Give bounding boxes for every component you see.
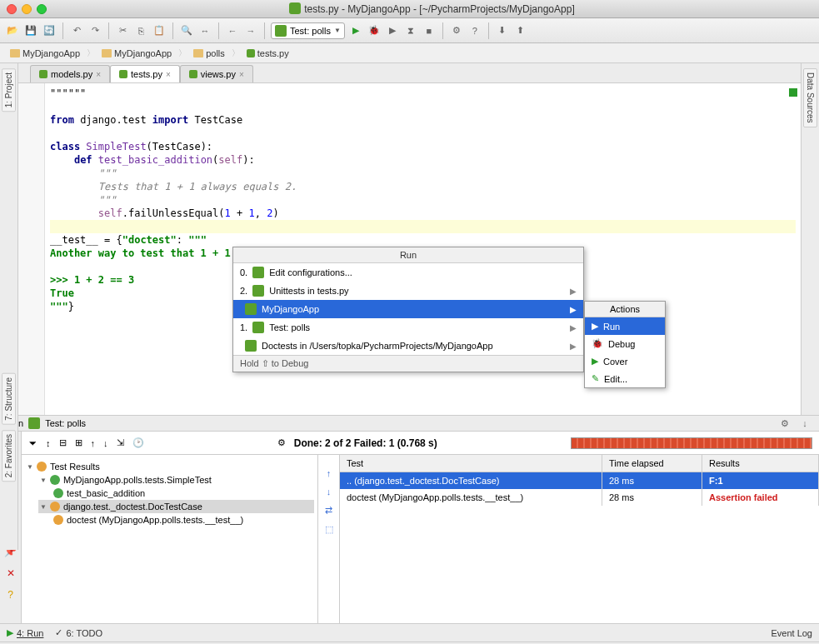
sync-icon[interactable]: 🔄 <box>42 23 57 38</box>
col-time[interactable]: Time elapsed <box>602 455 702 472</box>
editor-tab[interactable]: tests.py× <box>110 65 180 82</box>
django-icon <box>28 417 40 429</box>
folder-icon <box>193 49 203 57</box>
tree-toggle-icon[interactable]: ▼ <box>27 463 33 471</box>
breadcrumb-item[interactable]: polls <box>188 47 230 60</box>
breadcrumb-item[interactable]: tests.py <box>242 47 294 60</box>
editor-gutter[interactable] <box>18 83 45 415</box>
profile-icon[interactable]: ⧗ <box>403 23 418 38</box>
close-window-button[interactable] <box>7 4 17 14</box>
result-row[interactable]: .. (django.test._doctest.DocTestCase)28 … <box>340 472 819 489</box>
context-menu-item[interactable]: MyDjangoApp▶ <box>233 300 583 318</box>
favorites-tool-tab[interactable]: 2: Favorites <box>2 430 16 482</box>
python-file-icon <box>247 49 255 57</box>
sub-menu-item[interactable]: ▶Run <box>585 317 665 335</box>
debug-button[interactable]: 🐞 <box>367 23 382 38</box>
todo-tab[interactable]: ✓6: TODO <box>55 627 102 638</box>
open-icon[interactable]: 📂 <box>5 23 20 38</box>
sub-menu-item[interactable]: ▶Cover <box>585 352 665 370</box>
context-menu-item[interactable]: 0.Edit configurations... <box>233 263 583 282</box>
gear-icon[interactable]: ⚙ <box>777 416 792 431</box>
help-panel-icon[interactable]: ? <box>4 588 17 602</box>
vcs-update-icon[interactable]: ⬇ <box>495 23 510 38</box>
event-log-tab[interactable]: Event Log <box>771 628 812 638</box>
right-tool-strip: Data Sources <box>801 63 819 415</box>
sub-menu-item[interactable]: ✎Edit... <box>585 370 665 387</box>
editor-tab[interactable]: views.py× <box>180 65 253 82</box>
redo-icon[interactable]: ↷ <box>87 23 102 38</box>
test-status-icon <box>50 502 60 512</box>
run-tab[interactable]: ▶4: Run <box>7 627 43 638</box>
test-tree-row[interactable]: ▼django.test._doctest.DocTestCase <box>38 500 314 513</box>
up-icon[interactable]: ↑ <box>327 468 332 478</box>
todo-icon: ✓ <box>55 627 62 638</box>
collapse-icon[interactable]: ⊟ <box>59 437 67 448</box>
next-test-icon[interactable]: ↓ <box>103 438 108 448</box>
run-config-dropdown[interactable]: Test: polls ▼ <box>271 22 345 39</box>
tree-toggle-icon[interactable]: ▼ <box>40 503 47 511</box>
chevron-right-icon: 〉 <box>232 47 240 59</box>
close-tab-icon[interactable]: × <box>96 70 101 79</box>
chevron-right-icon: ▶ <box>570 287 577 296</box>
folder-icon <box>10 49 20 57</box>
copy-icon[interactable]: ⎘ <box>133 23 148 38</box>
vcs-commit-icon[interactable]: ⬆ <box>513 23 528 38</box>
paste-icon[interactable]: 📋 <box>152 23 167 38</box>
test-tree-row[interactable]: ▼Test Results <box>25 460 314 473</box>
chevron-right-icon: ▶ <box>570 305 577 314</box>
chevron-down-icon: ▼ <box>334 27 341 34</box>
context-menu-item[interactable]: Doctests in /Users/topka/PycharmProjects… <box>233 337 583 355</box>
run-button[interactable]: ▶ <box>348 23 363 38</box>
run-icon: ▶ <box>592 321 598 332</box>
down-icon[interactable]: ↓ <box>327 487 332 497</box>
result-row[interactable]: doctest (MyDjangoApp.polls.tests.__test_… <box>340 489 819 506</box>
test-tree-row[interactable]: ▼MyDjangoApp.polls.tests.SimpleTest <box>38 473 314 487</box>
minimize-panel-icon[interactable]: ↓ <box>797 416 812 431</box>
filter-icon[interactable]: ⏷ <box>28 438 37 448</box>
structure-tool-tab[interactable]: 7: Structure <box>2 373 16 425</box>
undo-icon[interactable]: ↶ <box>69 23 84 38</box>
project-tool-tab[interactable]: 1: Project <box>2 68 16 112</box>
results-header: Test Time elapsed Results <box>340 455 819 472</box>
prev-test-icon[interactable]: ↑ <box>91 438 96 448</box>
settings-icon[interactable]: ⚙ <box>449 23 464 38</box>
export-result-icon[interactable]: ⬚ <box>325 524 333 535</box>
breadcrumb: MyDjangoApp 〉 MyDjangoApp 〉 polls 〉 test… <box>0 43 819 63</box>
history-icon[interactable]: 🕑 <box>132 437 144 448</box>
sub-menu-item[interactable]: 🐞Debug <box>585 335 665 352</box>
code-analysis-indicator[interactable] <box>789 88 797 97</box>
find-icon[interactable]: 🔍 <box>179 23 194 38</box>
save-icon[interactable]: 💾 <box>23 23 38 38</box>
cut-icon[interactable]: ✂ <box>115 23 130 38</box>
diff-icon[interactable]: ⇄ <box>325 505 332 516</box>
breadcrumb-item[interactable]: MyDjangoApp <box>97 47 177 60</box>
stop-icon[interactable]: ■ <box>422 23 437 38</box>
close-panel-icon[interactable]: ✕ <box>4 567 17 580</box>
zoom-window-button[interactable] <box>37 4 47 14</box>
gear-icon[interactable]: ⚙ <box>277 437 286 448</box>
replace-icon[interactable]: ↔ <box>197 23 212 38</box>
col-result[interactable]: Results <box>702 455 819 472</box>
test-tree[interactable]: ▼Test Results▼MyDjangoApp.polls.tests.Si… <box>22 455 318 623</box>
close-tab-icon[interactable]: × <box>239 70 244 79</box>
test-status-icon <box>50 475 60 485</box>
back-icon[interactable]: ← <box>225 23 240 38</box>
help-icon[interactable]: ? <box>467 23 482 38</box>
export-icon[interactable]: ⇲ <box>117 437 124 448</box>
coverage-icon[interactable]: ▶ <box>385 23 400 38</box>
context-menu-item[interactable]: 1.Test: polls▶ <box>233 318 583 337</box>
datasources-tool-tab[interactable]: Data Sources <box>803 68 817 127</box>
minimize-window-button[interactable] <box>22 4 32 14</box>
test-tree-row[interactable]: test_basic_addition <box>52 487 314 500</box>
close-tab-icon[interactable]: × <box>166 70 171 79</box>
breadcrumb-item[interactable]: MyDjangoApp <box>5 47 85 60</box>
tree-toggle-icon[interactable]: ▼ <box>40 477 47 484</box>
forward-icon[interactable]: → <box>243 23 258 38</box>
test-tree-row[interactable]: doctest (MyDjangoApp.polls.tests.__test_… <box>52 513 314 527</box>
context-menu-item[interactable]: 2.Unittests in tests.py▶ <box>233 282 583 300</box>
col-test[interactable]: Test <box>340 455 602 472</box>
test-progress-bar <box>571 437 812 449</box>
sort-icon[interactable]: ↕ <box>46 438 51 448</box>
expand-icon[interactable]: ⊞ <box>75 437 82 448</box>
editor-tab[interactable]: models.py× <box>30 65 110 82</box>
